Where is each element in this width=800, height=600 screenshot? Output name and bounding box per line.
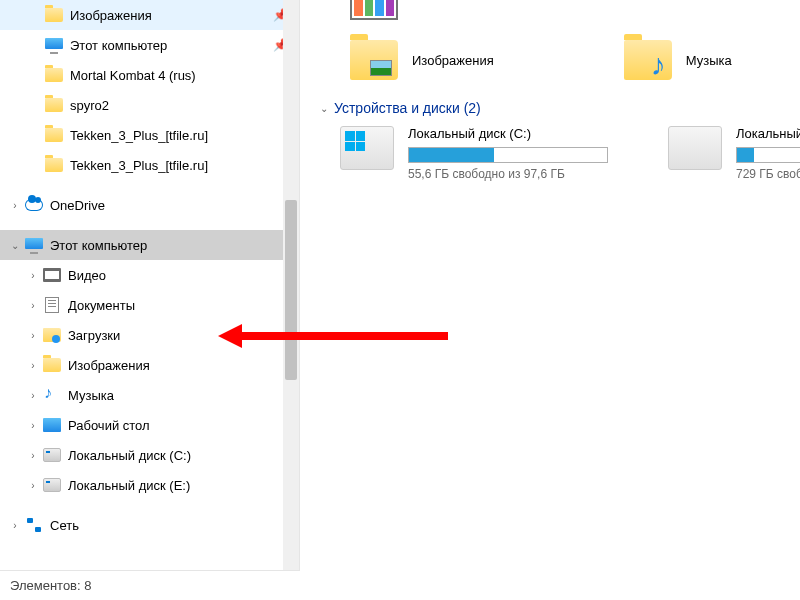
sidebar-item-desktop[interactable]: › Рабочий стол — [0, 410, 299, 440]
disk-icon — [42, 475, 62, 495]
folder-item-music[interactable]: ♪ Музыка — [624, 40, 732, 80]
sidebar-item-label: Музыка — [68, 388, 299, 403]
sidebar-item-label: Tekken_3_Plus_[tfile.ru] — [70, 128, 299, 143]
chevron-right-icon[interactable]: › — [8, 518, 22, 532]
pictures-folder-icon — [44, 5, 64, 25]
sidebar-item-label: Видео — [68, 268, 299, 283]
folder-icon — [44, 125, 64, 145]
sidebar-item-onedrive[interactable]: › OneDrive — [0, 190, 299, 220]
chevron-right-icon[interactable]: › — [26, 478, 40, 492]
sidebar-item-videos[interactable]: › Видео — [0, 260, 299, 290]
music-folder-icon — [42, 385, 62, 405]
sidebar-item-folder[interactable]: Tekken_3_Plus_[tfile.ru] — [0, 120, 299, 150]
drive-usage-bar — [408, 147, 608, 163]
drive-title: Локальный диск (C:) — [408, 126, 608, 141]
sidebar-item-label: Изображения — [70, 8, 273, 23]
sidebar-item-music[interactable]: › Музыка — [0, 380, 299, 410]
drive-title: Локальный — [736, 126, 800, 141]
sidebar-item-label: Локальный диск (C:) — [68, 448, 299, 463]
sidebar-item-local-disk-c[interactable]: › Локальный диск (C:) — [0, 440, 299, 470]
sidebar-item-downloads[interactable]: › Загрузки — [0, 320, 299, 350]
disk-icon — [42, 445, 62, 465]
sidebar-item-folder[interactable]: spyro2 — [0, 90, 299, 120]
pc-icon — [24, 235, 44, 255]
navigation-pane: Изображения 📌 Этот компьютер 📌 Mortal Ko… — [0, 0, 300, 600]
sidebar-item-documents[interactable]: › Документы — [0, 290, 299, 320]
drive-icon — [340, 126, 394, 170]
music-folder-icon: ♪ — [624, 40, 672, 80]
chevron-right-icon[interactable]: › — [26, 298, 40, 312]
folder-label: Изображения — [412, 53, 494, 68]
downloads-folder-icon — [42, 325, 62, 345]
status-text: Элементов: 8 — [10, 578, 91, 593]
sidebar-item-folder[interactable]: Tekken_3_Plus_[tfile.ru] — [0, 150, 299, 180]
sidebar-item-label: Локальный диск (E:) — [68, 478, 299, 493]
folder-icon — [44, 155, 64, 175]
chevron-right-icon[interactable]: › — [26, 328, 40, 342]
sidebar-item-label: Tekken_3_Plus_[tfile.ru] — [70, 158, 299, 173]
sidebar-item-this-pc-pinned[interactable]: Этот компьютер 📌 — [0, 30, 299, 60]
network-icon — [24, 515, 44, 535]
sidebar-item-label: Сеть — [50, 518, 299, 533]
sidebar-item-label: Этот компьютер — [50, 238, 299, 253]
scrollbar-thumb[interactable] — [285, 200, 297, 380]
documents-folder-icon — [42, 295, 62, 315]
chevron-right-icon[interactable]: › — [26, 388, 40, 402]
chevron-down-icon[interactable]: ⌄ — [8, 238, 22, 252]
sidebar-item-label: Изображения — [68, 358, 299, 373]
section-title: Устройства и диски (2) — [334, 100, 481, 116]
drive-icon — [668, 126, 722, 170]
sidebar-item-label: Mortal Kombat 4 (rus) — [70, 68, 299, 83]
pictures-folder-icon — [350, 40, 398, 80]
sidebar-item-pictures[interactable]: Изображения 📌 — [0, 0, 299, 30]
folder-item-pictures[interactable]: Изображения — [350, 40, 494, 80]
sidebar-item-pictures[interactable]: › Изображения — [0, 350, 299, 380]
sidebar-item-label: spyro2 — [70, 98, 299, 113]
sidebar-item-folder[interactable]: Mortal Kombat 4 (rus) — [0, 60, 299, 90]
drive-subtitle: 55,6 ГБ свободно из 97,6 ГБ — [408, 167, 608, 181]
sidebar-item-label: Загрузки — [68, 328, 299, 343]
folder-icon — [44, 65, 64, 85]
chevron-right-icon[interactable]: › — [26, 268, 40, 282]
drive-subtitle: 729 ГБ своб — [736, 167, 800, 181]
sidebar-item-label: Рабочий стол — [68, 418, 299, 433]
folder-icon — [44, 95, 64, 115]
sidebar-item-local-disk-e[interactable]: › Локальный диск (E:) — [0, 470, 299, 500]
sidebar-item-network[interactable]: › Сеть — [0, 510, 299, 540]
drives-section-header[interactable]: ⌄ Устройства и диски (2) — [320, 100, 800, 116]
drive-item-second[interactable]: Локальный 729 ГБ своб — [668, 126, 800, 181]
chevron-right-icon[interactable]: › — [26, 358, 40, 372]
chevron-right-icon[interactable]: › — [26, 418, 40, 432]
status-bar: Элементов: 8 — [0, 570, 300, 600]
folder-label: Музыка — [686, 53, 732, 68]
drive-usage-bar — [736, 147, 800, 163]
desktop-folder-icon — [42, 415, 62, 435]
pictures-folder-icon — [42, 355, 62, 375]
sidebar-item-this-pc[interactable]: ⌄ Этот компьютер — [0, 230, 299, 260]
drive-item-c[interactable]: Локальный диск (C:) 55,6 ГБ свободно из … — [340, 126, 608, 181]
scrollbar[interactable] — [283, 0, 299, 570]
chevron-right-icon[interactable]: › — [8, 198, 22, 212]
video-folder-icon — [42, 265, 62, 285]
chevron-down-icon: ⌄ — [320, 103, 328, 114]
sidebar-item-label: Документы — [68, 298, 299, 313]
content-pane: Изображения ♪ Музыка ⌄ Устройства и диск… — [300, 0, 800, 600]
chevron-right-icon[interactable]: › — [26, 448, 40, 462]
pc-icon — [44, 35, 64, 55]
sidebar-item-label: Этот компьютер — [70, 38, 273, 53]
onedrive-icon — [24, 195, 44, 215]
sidebar-item-label: OneDrive — [50, 198, 299, 213]
